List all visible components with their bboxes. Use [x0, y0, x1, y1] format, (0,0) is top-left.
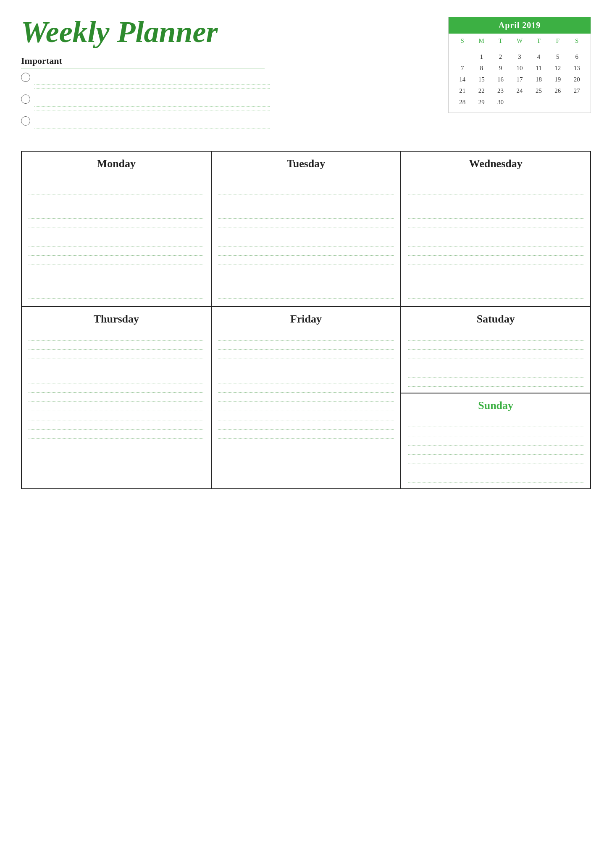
- friday-lines: [218, 331, 394, 463]
- sat-sun-column: Satuday Sunday: [401, 307, 591, 489]
- cal-day-16: 16: [491, 74, 510, 85]
- cal-header-m: M: [472, 36, 491, 46]
- cal-empty: [453, 52, 472, 62]
- thursday-cell: Thursday: [22, 307, 212, 489]
- bottom-row: Thursday Friday: [22, 307, 591, 489]
- monday-cell: Monday: [22, 152, 212, 307]
- cal-day-13: 13: [567, 63, 586, 73]
- cal-day-10: 10: [510, 63, 529, 73]
- cal-header-t2: T: [529, 36, 548, 46]
- cal-empty: [510, 47, 529, 51]
- cal-day-19: 19: [548, 74, 567, 85]
- saturday-cell: Satuday: [401, 307, 590, 393]
- saturday-label: Satuday: [408, 313, 583, 325]
- friday-label: Friday: [218, 313, 394, 325]
- saturday-lines: [408, 331, 583, 387]
- cal-empty: [548, 97, 567, 108]
- cal-empty: [567, 47, 586, 51]
- cal-empty: [510, 97, 529, 108]
- cal-header-f: F: [548, 36, 567, 46]
- sunday-lines: [408, 418, 583, 483]
- important-item-3: [21, 116, 448, 126]
- cal-day-5: 5: [548, 52, 567, 62]
- cal-header-t1: T: [491, 36, 510, 46]
- important-line-2b: [34, 110, 270, 110]
- wednesday-lines: [408, 176, 583, 299]
- important-item-1: [21, 73, 448, 82]
- important-line-1: [34, 84, 270, 85]
- important-line-3b: [34, 132, 270, 132]
- cal-week-2: 7 8 9 10 11 12 13: [453, 63, 586, 73]
- monday-label: Monday: [29, 157, 204, 170]
- wednesday-cell: Wednesday: [401, 152, 591, 307]
- cal-day-24: 24: [510, 86, 529, 96]
- cal-header-s: S: [453, 36, 472, 46]
- cal-day-18: 18: [529, 74, 548, 85]
- cal-empty: [491, 47, 510, 51]
- cal-day-23: 23: [491, 86, 510, 96]
- wednesday-label: Wednesday: [408, 157, 583, 170]
- cal-day-11: 11: [529, 63, 548, 73]
- cal-day-12: 12: [548, 63, 567, 73]
- cal-day-22: 22: [472, 86, 491, 96]
- important-row-2: [21, 94, 448, 110]
- monday-lines: [29, 176, 204, 299]
- cal-day-30: 30: [491, 97, 510, 108]
- friday-cell: Friday: [212, 307, 402, 489]
- weekly-grid: Monday Tuesday: [21, 151, 591, 489]
- checkbox-icon-1[interactable]: [21, 73, 30, 82]
- thursday-lines: [29, 331, 204, 463]
- cal-day-25: 25: [529, 86, 548, 96]
- cal-day-1: 1: [472, 52, 491, 62]
- important-label: Important: [21, 55, 265, 68]
- tuesday-cell: Tuesday: [212, 152, 402, 307]
- cal-day-2: 2: [491, 52, 510, 62]
- cal-week-3: 14 15 16 17 18 19 20: [453, 74, 586, 85]
- cal-empty: [453, 47, 472, 51]
- cal-day-21: 21: [453, 86, 472, 96]
- cal-day-27: 27: [567, 86, 586, 96]
- cal-day-9: 9: [491, 63, 510, 73]
- cal-empty: [529, 97, 548, 108]
- important-row-1: [21, 73, 448, 89]
- cal-week-0: [453, 47, 586, 51]
- cal-day-14: 14: [453, 74, 472, 85]
- tuesday-label: Tuesday: [218, 157, 394, 170]
- cal-day-7: 7: [453, 63, 472, 73]
- cal-empty: [548, 47, 567, 51]
- important-section: Important: [21, 55, 448, 132]
- cal-week-1: 1 2 3 4 5 6: [453, 52, 586, 62]
- cal-empty: [529, 47, 548, 51]
- cal-day-17: 17: [510, 74, 529, 85]
- important-item-2: [21, 94, 448, 104]
- left-header: Weekly Planner Important: [21, 17, 448, 138]
- important-line-1b: [34, 88, 270, 89]
- cal-day-6: 6: [567, 52, 586, 62]
- thursday-label: Thursday: [29, 313, 204, 325]
- cal-day-4: 4: [529, 52, 548, 62]
- header-section: Weekly Planner Important: [21, 17, 591, 138]
- checkbox-icon-3[interactable]: [21, 116, 30, 126]
- calendar-header: April 2019: [449, 17, 591, 34]
- important-line-3: [34, 128, 270, 128]
- mini-calendar: April 2019 S M T W T F S: [448, 17, 591, 113]
- cal-day-20: 20: [567, 74, 586, 85]
- page-title: Weekly Planner: [21, 17, 448, 47]
- cal-week-5: 28 29 30: [453, 97, 586, 108]
- calendar-grid: S M T W T F S 1 2 3: [449, 34, 591, 113]
- checkbox-icon-2[interactable]: [21, 94, 30, 104]
- important-row-3: [21, 116, 448, 132]
- cal-day-3: 3: [510, 52, 529, 62]
- cal-day-8: 8: [472, 63, 491, 73]
- cal-day-15: 15: [472, 74, 491, 85]
- important-line-2: [34, 106, 270, 107]
- cal-header-w: W: [510, 36, 529, 46]
- cal-empty: [567, 97, 586, 108]
- cal-day-29: 29: [472, 97, 491, 108]
- sunday-label: Sunday: [408, 399, 583, 412]
- sunday-cell: Sunday: [401, 393, 590, 488]
- tuesday-lines: [218, 176, 394, 299]
- cal-empty: [472, 47, 491, 51]
- cal-day-28: 28: [453, 97, 472, 108]
- calendar-day-headers: S M T W T F S: [453, 36, 586, 46]
